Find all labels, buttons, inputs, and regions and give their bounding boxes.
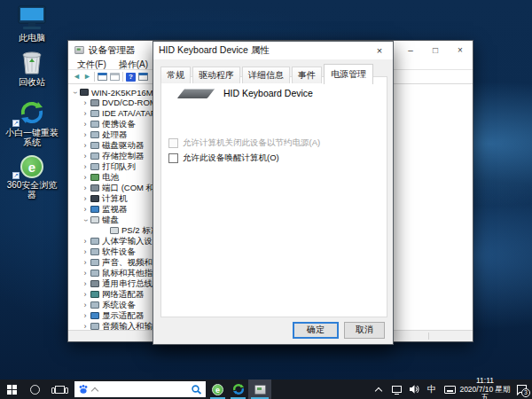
shortcut-arrow-icon: ↗ [12,172,20,179]
volume-tray-button[interactable] [406,379,422,399]
desktop-icon-xiaobai[interactable]: ↗ 小白一键重装系统 [4,99,60,147]
usb-icon [90,280,99,287]
help-button[interactable]: ? [126,73,136,82]
tree-chevron-icon[interactable] [81,248,90,256]
desktop-icon-recycle-bin[interactable]: 回收站 [4,49,60,87]
tree-chevron-icon[interactable] [81,99,90,107]
touch-keyboard-icon [444,386,456,394]
storage-controller-icon [90,153,99,160]
back-button[interactable]: ◄ [73,73,81,81]
allow-power-off-row: 允许计算机关闭此设备以节约电源(A) [168,137,387,149]
start-button[interactable] [0,379,23,399]
minimize-button[interactable]: – [398,41,423,59]
computer-icon [90,195,99,202]
tree-chevron-icon[interactable] [81,121,90,129]
maximize-button[interactable]: □ [423,41,448,59]
tree-chevron-icon[interactable] [81,238,90,246]
ime-indicator[interactable]: 中 [424,379,440,399]
tab-power-management[interactable]: 电源管理 [324,64,373,84]
device-manager-icon [254,385,266,395]
chevron-up-icon[interactable] [91,387,98,394]
desktop-icon-this-pc[interactable]: 此电脑 [4,4,60,43]
allow-wake-row[interactable]: 允许此设备唤醒计算机(O) [168,153,387,164]
hid-properties-dialog: HID Keyboard Device 属性 × 常规 驱动程序 详细信息 事件… [153,41,394,345]
ide-controller-icon [90,110,99,117]
forward-button[interactable]: ► [83,73,91,81]
taskbar-item-device-manager[interactable] [248,379,271,399]
desktop-icon-label: 360安全浏览器 [4,180,60,200]
network-tray-button[interactable] [388,379,404,399]
monitor-icon [90,206,99,213]
portable-device-icon [90,121,99,128]
tree-chevron-icon[interactable] [70,89,79,97]
toolbar-separator [122,72,123,82]
system-device-icon [90,301,99,309]
action-pane-button[interactable] [138,73,148,81]
tree-chevron-icon[interactable] [81,270,90,278]
tree-chevron-icon[interactable] [81,142,90,150]
ports-icon [90,184,99,192]
computer-icon [80,89,89,96]
menu-file[interactable]: 文件(F) [72,59,112,71]
tree-chevron-icon[interactable] [81,163,90,171]
tree-chevron-icon[interactable] [81,280,90,288]
xiaobai-reinstall-icon [232,383,245,395]
tab-events[interactable]: 事件 [292,66,322,83]
cortana-button[interactable] [23,379,46,399]
hid-icon [90,238,99,245]
360-browser-icon: e [212,384,223,395]
tree-chevron-icon[interactable] [81,216,90,224]
dvd-drive-icon [90,99,99,106]
task-view-button[interactable] [46,379,73,399]
close-icon[interactable]: × [366,42,393,59]
tab-general[interactable]: 常规 [160,66,191,83]
desktop-icon-label: 此电脑 [4,33,60,43]
device-name: HID Keyboard Device [223,88,313,98]
360-browser-icon: e ↗ [4,152,60,178]
tree-chevron-icon[interactable] [81,291,90,299]
search-input[interactable] [74,381,206,397]
touch-keyboard-button[interactable] [442,379,458,399]
tree-chevron-icon[interactable] [81,110,90,118]
recycle-bin-icon [4,49,60,75]
tab-driver[interactable]: 驱动程序 [192,66,240,83]
tree-chevron-icon[interactable] [81,184,90,192]
show-console-tree-button[interactable] [98,73,107,81]
taskbar-item-360-browser[interactable]: e [207,379,228,399]
keyboard-icon [90,216,99,223]
action-center-button[interactable]: 3 [512,379,530,399]
processor-icon [90,131,99,138]
network-icon [392,386,402,393]
taskbar-item-xiaobai[interactable] [228,379,248,399]
sound-icon [90,259,99,266]
tree-chevron-icon[interactable] [81,195,90,203]
display-adapter-icon [90,312,99,319]
toolbar-separator [94,72,95,82]
volume-icon [409,384,419,395]
ok-button[interactable]: 确定 [293,322,339,339]
tree-chevron-icon[interactable] [81,259,90,267]
checkbox-label: 允许计算机关闭此设备以节约电源(A) [183,137,320,149]
tree-chevron-icon[interactable] [81,323,90,331]
tree-chevron-icon[interactable] [81,301,90,309]
tree-chevron-icon[interactable] [81,206,90,214]
close-button[interactable]: × [448,41,473,59]
search-icon[interactable] [191,384,202,395]
taskbar-clock[interactable]: 11:11 2020/7/10 星期五 [459,376,511,399]
tree-chevron-icon[interactable] [81,131,90,139]
properties-button[interactable] [110,73,120,81]
tray-expand-button[interactable] [371,379,387,399]
cancel-button[interactable]: 取消 [344,322,385,339]
this-pc-icon [4,4,60,31]
battery-icon [90,174,99,181]
shortcut-arrow-icon: ↗ [12,120,20,127]
dialog-titlebar[interactable]: HID Keyboard Device 属性 × [153,42,393,59]
allow-wake-checkbox[interactable] [168,153,178,163]
desktop-icon-360-browser[interactable]: e ↗ 360安全浏览器 [4,152,60,200]
tree-chevron-icon[interactable] [81,312,90,320]
menu-action[interactable]: 操作(A) [113,59,153,71]
baidu-paw-icon [78,384,89,395]
tree-chevron-icon[interactable] [81,153,90,160]
tab-details[interactable]: 详细信息 [242,66,290,83]
tree-chevron-icon[interactable] [81,174,90,182]
